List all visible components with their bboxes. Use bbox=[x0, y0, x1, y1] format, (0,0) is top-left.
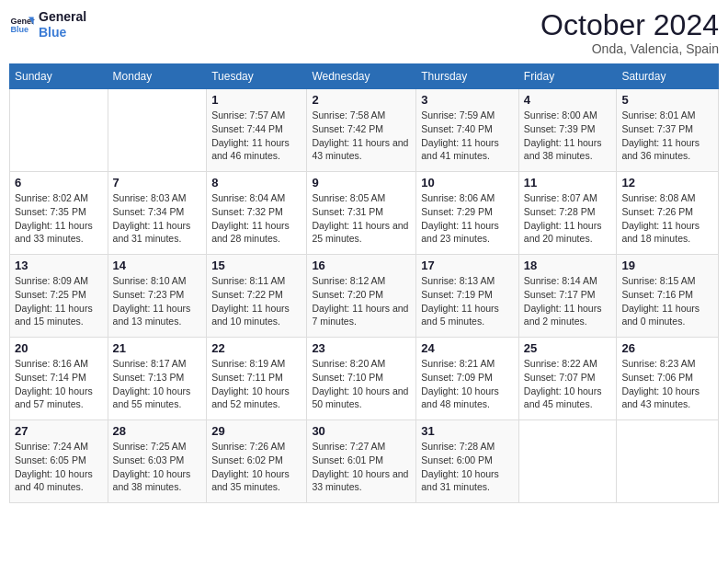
day-number: 17 bbox=[421, 259, 514, 272]
day-info: Sunrise: 7:27 AMSunset: 6:01 PMDaylight:… bbox=[312, 440, 411, 494]
calendar-cell-4-6 bbox=[617, 420, 719, 503]
day-number: 18 bbox=[524, 259, 612, 272]
day-number: 8 bbox=[211, 176, 301, 190]
day-number: 27 bbox=[15, 424, 103, 438]
day-number: 24 bbox=[421, 341, 514, 355]
header-thursday: Thursday bbox=[416, 64, 519, 89]
logo: General Blue General Blue bbox=[9, 9, 86, 40]
calendar-cell-3-3: 23Sunrise: 8:20 AMSunset: 7:10 PMDayligh… bbox=[307, 338, 416, 420]
calendar-cell-1-6: 12Sunrise: 8:08 AMSunset: 7:26 PMDayligh… bbox=[617, 172, 719, 255]
day-number: 19 bbox=[621, 259, 713, 272]
calendar-cell-0-4: 3Sunrise: 7:59 AMSunset: 7:40 PMDaylight… bbox=[416, 89, 519, 172]
day-info: Sunrise: 8:03 AMSunset: 7:34 PMDaylight:… bbox=[113, 191, 202, 246]
header-saturday: Saturday bbox=[617, 64, 719, 89]
calendar-cell-4-1: 28Sunrise: 7:25 AMSunset: 6:03 PMDayligh… bbox=[108, 420, 207, 503]
calendar-cell-3-6: 26Sunrise: 8:23 AMSunset: 7:06 PMDayligh… bbox=[617, 338, 719, 420]
day-number: 14 bbox=[113, 259, 202, 272]
day-info: Sunrise: 8:10 AMSunset: 7:23 PMDaylight:… bbox=[113, 274, 202, 328]
calendar-cell-0-5: 4Sunrise: 8:00 AMSunset: 7:39 PMDaylight… bbox=[518, 89, 617, 172]
day-info: Sunrise: 8:21 AMSunset: 7:09 PMDaylight:… bbox=[421, 357, 514, 411]
calendar-cell-0-2: 1Sunrise: 7:57 AMSunset: 7:44 PMDaylight… bbox=[207, 89, 307, 172]
calendar-row-0: 1Sunrise: 7:57 AMSunset: 7:44 PMDaylight… bbox=[10, 89, 719, 172]
day-info: Sunrise: 8:05 AMSunset: 7:31 PMDaylight:… bbox=[312, 191, 411, 246]
calendar-row-3: 20Sunrise: 8:16 AMSunset: 7:14 PMDayligh… bbox=[10, 338, 719, 420]
logo-icon: General Blue bbox=[9, 12, 35, 38]
day-number: 12 bbox=[621, 176, 713, 190]
day-info: Sunrise: 8:07 AMSunset: 7:28 PMDaylight:… bbox=[524, 191, 612, 246]
calendar-cell-0-6: 5Sunrise: 8:01 AMSunset: 7:37 PMDaylight… bbox=[617, 89, 719, 172]
day-info: Sunrise: 8:14 AMSunset: 7:17 PMDaylight:… bbox=[524, 274, 612, 328]
header-friday: Friday bbox=[518, 64, 617, 89]
day-number: 5 bbox=[621, 93, 713, 107]
day-info: Sunrise: 8:15 AMSunset: 7:16 PMDaylight:… bbox=[621, 274, 713, 328]
calendar-cell-2-4: 17Sunrise: 8:13 AMSunset: 7:19 PMDayligh… bbox=[416, 255, 519, 338]
day-number: 30 bbox=[312, 424, 411, 438]
calendar-cell-4-3: 30Sunrise: 7:27 AMSunset: 6:01 PMDayligh… bbox=[307, 420, 416, 503]
day-info: Sunrise: 8:22 AMSunset: 7:07 PMDaylight:… bbox=[524, 357, 612, 411]
day-number: 23 bbox=[312, 341, 411, 355]
day-number: 10 bbox=[421, 176, 514, 190]
day-info: Sunrise: 7:58 AMSunset: 7:42 PMDaylight:… bbox=[312, 109, 411, 163]
calendar-cell-4-2: 29Sunrise: 7:26 AMSunset: 6:02 PMDayligh… bbox=[207, 420, 307, 503]
day-info: Sunrise: 7:26 AMSunset: 6:02 PMDaylight:… bbox=[211, 440, 301, 494]
calendar-cell-1-1: 7Sunrise: 8:03 AMSunset: 7:34 PMDaylight… bbox=[108, 172, 207, 255]
location: Onda, Valencia, Spain bbox=[540, 41, 719, 56]
day-info: Sunrise: 8:00 AMSunset: 7:39 PMDaylight:… bbox=[524, 109, 612, 163]
day-info: Sunrise: 8:09 AMSunset: 7:25 PMDaylight:… bbox=[15, 274, 103, 328]
calendar-cell-2-1: 14Sunrise: 8:10 AMSunset: 7:23 PMDayligh… bbox=[108, 255, 207, 338]
calendar-cell-2-5: 18Sunrise: 8:14 AMSunset: 7:17 PMDayligh… bbox=[518, 255, 617, 338]
calendar-cell-2-0: 13Sunrise: 8:09 AMSunset: 7:25 PMDayligh… bbox=[10, 255, 108, 338]
header-monday: Monday bbox=[108, 64, 207, 89]
day-info: Sunrise: 8:16 AMSunset: 7:14 PMDaylight:… bbox=[15, 357, 103, 411]
day-number: 21 bbox=[113, 341, 202, 355]
day-info: Sunrise: 8:02 AMSunset: 7:35 PMDaylight:… bbox=[15, 191, 103, 246]
calendar-cell-1-2: 8Sunrise: 8:04 AMSunset: 7:32 PMDaylight… bbox=[207, 172, 307, 255]
calendar-cell-1-3: 9Sunrise: 8:05 AMSunset: 7:31 PMDaylight… bbox=[307, 172, 416, 255]
calendar-cell-1-0: 6Sunrise: 8:02 AMSunset: 7:35 PMDaylight… bbox=[10, 172, 108, 255]
calendar-cell-3-5: 25Sunrise: 8:22 AMSunset: 7:07 PMDayligh… bbox=[518, 338, 617, 420]
header-wednesday: Wednesday bbox=[307, 64, 416, 89]
day-number: 4 bbox=[524, 93, 612, 107]
calendar-cell-4-0: 27Sunrise: 7:24 AMSunset: 6:05 PMDayligh… bbox=[10, 420, 108, 503]
day-info: Sunrise: 8:12 AMSunset: 7:20 PMDaylight:… bbox=[312, 274, 411, 328]
calendar-cell-0-0 bbox=[10, 89, 108, 172]
day-info: Sunrise: 7:24 AMSunset: 6:05 PMDaylight:… bbox=[15, 440, 103, 494]
day-number: 9 bbox=[312, 176, 411, 190]
calendar-cell-3-0: 20Sunrise: 8:16 AMSunset: 7:14 PMDayligh… bbox=[10, 338, 108, 420]
day-number: 22 bbox=[211, 341, 301, 355]
calendar-cell-1-4: 10Sunrise: 8:06 AMSunset: 7:29 PMDayligh… bbox=[416, 172, 519, 255]
calendar-body: 1Sunrise: 7:57 AMSunset: 7:44 PMDaylight… bbox=[10, 89, 719, 503]
header-sunday: Sunday bbox=[10, 64, 108, 89]
day-number: 16 bbox=[312, 259, 411, 272]
day-number: 13 bbox=[15, 259, 103, 272]
day-number: 11 bbox=[524, 176, 612, 190]
day-info: Sunrise: 8:08 AMSunset: 7:26 PMDaylight:… bbox=[621, 191, 713, 246]
title-area: October 2024 Onda, Valencia, Spain bbox=[540, 9, 719, 56]
calendar-cell-0-3: 2Sunrise: 7:58 AMSunset: 7:42 PMDaylight… bbox=[307, 89, 416, 172]
day-number: 28 bbox=[113, 424, 202, 438]
day-number: 1 bbox=[211, 93, 301, 107]
day-info: Sunrise: 8:13 AMSunset: 7:19 PMDaylight:… bbox=[421, 274, 514, 328]
day-number: 25 bbox=[524, 341, 612, 355]
day-info: Sunrise: 8:06 AMSunset: 7:29 PMDaylight:… bbox=[421, 191, 514, 246]
day-number: 3 bbox=[421, 93, 514, 107]
calendar-cell-2-6: 19Sunrise: 8:15 AMSunset: 7:16 PMDayligh… bbox=[617, 255, 719, 338]
header-row: Sunday Monday Tuesday Wednesday Thursday… bbox=[10, 64, 719, 89]
day-info: Sunrise: 8:01 AMSunset: 7:37 PMDaylight:… bbox=[621, 109, 713, 163]
logo-text-line2: Blue bbox=[39, 25, 86, 40]
calendar-cell-4-4: 31Sunrise: 7:28 AMSunset: 6:00 PMDayligh… bbox=[416, 420, 519, 503]
day-info: Sunrise: 8:23 AMSunset: 7:06 PMDaylight:… bbox=[621, 357, 713, 411]
calendar-cell-4-5 bbox=[518, 420, 617, 503]
calendar-cell-2-2: 15Sunrise: 8:11 AMSunset: 7:22 PMDayligh… bbox=[207, 255, 307, 338]
calendar-cell-3-4: 24Sunrise: 8:21 AMSunset: 7:09 PMDayligh… bbox=[416, 338, 519, 420]
day-number: 7 bbox=[113, 176, 202, 190]
calendar-cell-1-5: 11Sunrise: 8:07 AMSunset: 7:28 PMDayligh… bbox=[518, 172, 617, 255]
day-number: 6 bbox=[15, 176, 103, 190]
day-number: 31 bbox=[421, 424, 514, 438]
day-number: 15 bbox=[211, 259, 301, 272]
day-info: Sunrise: 8:20 AMSunset: 7:10 PMDaylight:… bbox=[312, 357, 411, 411]
month-title: October 2024 bbox=[540, 9, 719, 41]
calendar-cell-3-1: 21Sunrise: 8:17 AMSunset: 7:13 PMDayligh… bbox=[108, 338, 207, 420]
calendar-cell-0-1 bbox=[108, 89, 207, 172]
calendar-row-1: 6Sunrise: 8:02 AMSunset: 7:35 PMDaylight… bbox=[10, 172, 719, 255]
